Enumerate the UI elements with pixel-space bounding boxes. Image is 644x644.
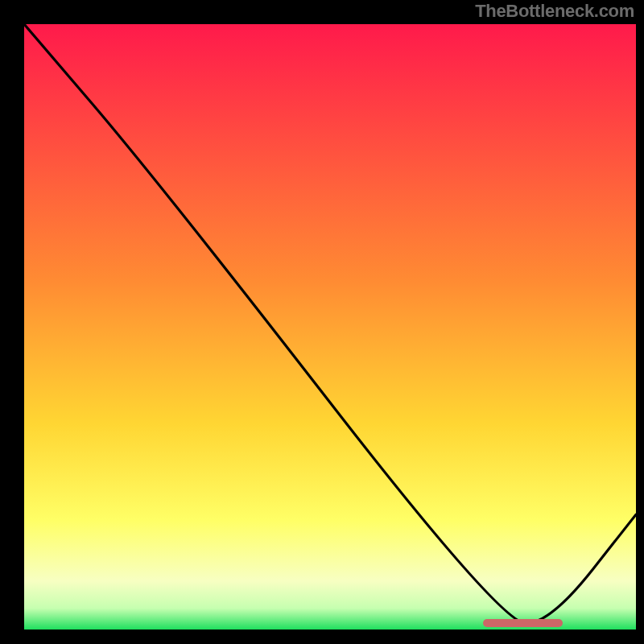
chart-frame: TheBottleneck.com [0,0,644,644]
plot-area [24,24,636,630]
optimal-range-marker [483,619,563,627]
bottleneck-curve [24,24,636,630]
attribution-label: TheBottleneck.com [475,1,634,22]
